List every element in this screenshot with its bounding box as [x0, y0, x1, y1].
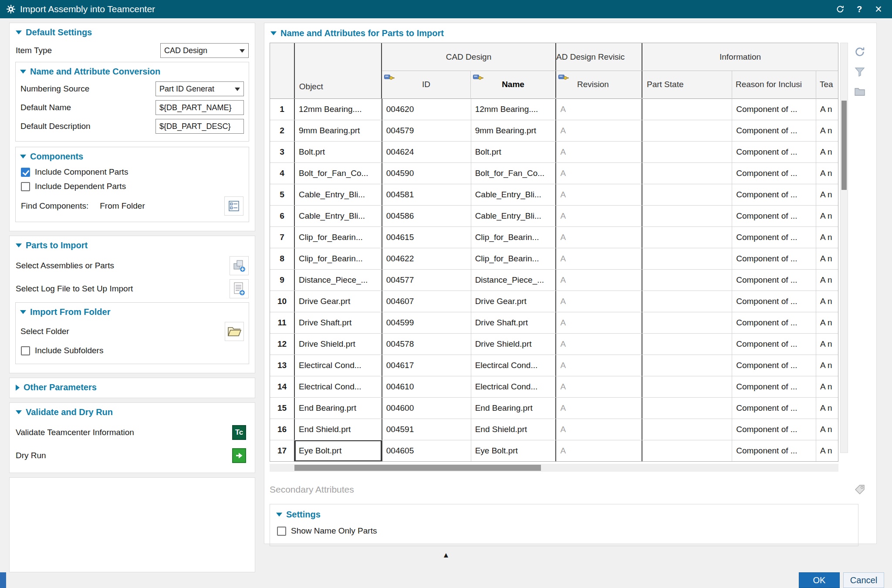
cell-name[interactable]: 9mm Bearing.prt	[471, 120, 557, 141]
table-row[interactable]: 29mm Bearing.prt0045799mm Bearing.prtACo…	[270, 120, 838, 142]
cell-reason[interactable]: Component of ...	[732, 355, 816, 376]
help-icon[interactable]: ?	[852, 2, 867, 17]
section-import-from-folder[interactable]: Import From Folder	[16, 304, 249, 318]
cell-team[interactable]: A n	[816, 142, 838, 162]
cell-object[interactable]: Clip_for_Bearin...	[295, 248, 382, 269]
cell-team[interactable]: A n	[816, 376, 838, 397]
cell-id[interactable]: 004600	[382, 398, 471, 419]
filter-button[interactable]	[851, 63, 869, 81]
cell-revision[interactable]: A	[556, 355, 642, 376]
item-type-dropdown[interactable]: CAD Design	[160, 43, 249, 58]
cell-reason[interactable]: Component of ...	[732, 142, 816, 162]
table-row[interactable]: 15End Bearing.prt004600End Bearing.prtAC…	[270, 398, 838, 419]
numbering-source-dropdown[interactable]: Part ID Generat	[155, 81, 244, 96]
cell-team[interactable]: A n	[816, 419, 838, 440]
cell-reason[interactable]: Component of ...	[732, 312, 816, 333]
cell-reason[interactable]: Component of ...	[732, 291, 816, 312]
cell-revision[interactable]: A	[556, 291, 642, 312]
cell-name[interactable]: Bolt_for_Fan_Co...	[471, 163, 557, 184]
cell-name[interactable]: Drive Shield.prt	[471, 334, 557, 355]
cell-reason[interactable]: Component of ...	[732, 227, 816, 248]
cell-reason[interactable]: Component of ...	[732, 206, 816, 226]
cell-team[interactable]: A n	[816, 206, 838, 226]
cell-name[interactable]: Electrical Cond...	[471, 376, 557, 397]
close-icon[interactable]: ×	[871, 2, 886, 17]
cell-team[interactable]: A n	[816, 163, 838, 184]
cell-name[interactable]: Cable_Entry_Bli...	[471, 184, 557, 205]
column-header-reason[interactable]: Reason for Inclusi	[732, 71, 816, 98]
cell-part_state[interactable]	[642, 184, 732, 205]
cell-id[interactable]: 004590	[382, 163, 471, 184]
cell-name[interactable]: End Shield.prt	[471, 419, 557, 440]
column-header-team[interactable]: Tea	[816, 71, 838, 98]
cell-part_state[interactable]	[642, 206, 732, 226]
section-parts-to-import[interactable]: Parts to Import	[10, 236, 255, 252]
cell-name[interactable]: Electircal Cond...	[471, 355, 557, 376]
cell-part_state[interactable]	[642, 248, 732, 269]
cell-revision[interactable]: A	[556, 334, 642, 355]
column-header-id[interactable]: ID	[382, 71, 471, 98]
cell-team[interactable]: A n	[816, 248, 838, 269]
cell-part_state[interactable]	[642, 312, 732, 333]
cell-team[interactable]: A n	[816, 334, 838, 355]
cell-revision[interactable]: A	[556, 99, 642, 120]
select-log-file-button[interactable]	[230, 279, 249, 298]
row-number-header[interactable]	[270, 43, 295, 98]
section-other-parameters[interactable]: Other Parameters	[10, 378, 255, 396]
horizontal-scrollbar[interactable]	[270, 464, 838, 472]
validate-teamcenter-button[interactable]: Tc	[230, 423, 249, 442]
cell-revision[interactable]: A	[556, 142, 642, 162]
cell-id[interactable]: 004579	[382, 120, 471, 141]
cell-revision[interactable]: A	[556, 163, 642, 184]
cell-id[interactable]: 004610	[382, 376, 471, 397]
table-row[interactable]: 112mm Bearing....00462012mm Bearing....A…	[270, 99, 838, 120]
cell-object[interactable]: 9mm Bearing.prt	[295, 120, 382, 141]
cell-reason[interactable]: Component of ...	[732, 270, 816, 291]
cell-revision[interactable]: A	[556, 440, 642, 461]
cell-id[interactable]: 004581	[382, 184, 471, 205]
column-header-object[interactable]: Object	[295, 43, 382, 98]
dry-run-button[interactable]	[230, 446, 249, 465]
cell-reason[interactable]: Component of ...	[732, 419, 816, 440]
cell-object[interactable]: Electrical Cond...	[295, 376, 382, 397]
cell-revision[interactable]: A	[556, 120, 642, 141]
default-description-input[interactable]: ${DB_PART_DESC}	[155, 119, 244, 134]
cell-id[interactable]: 004586	[382, 206, 471, 226]
table-row[interactable]: 13Electircal Cond...004617Electircal Con…	[270, 355, 838, 376]
cell-id[interactable]: 004599	[382, 312, 471, 333]
cell-team[interactable]: A n	[816, 184, 838, 205]
column-header-name[interactable]: Name	[471, 71, 556, 98]
cell-object[interactable]: Drive Shaft.prt	[295, 312, 382, 333]
cell-object[interactable]: 12mm Bearing....	[295, 99, 382, 120]
section-components[interactable]: Components	[16, 148, 249, 162]
section-name-attribute-conversion[interactable]: Name and Attribute Conversion	[16, 63, 249, 78]
default-name-input[interactable]: ${DB_PART_NAME}	[155, 100, 244, 115]
cell-object[interactable]: Drive Gear.prt	[295, 291, 382, 312]
table-row[interactable]: 10Drive Gear.prt004607Drive Gear.prtACom…	[270, 291, 838, 312]
cell-team[interactable]: A n	[816, 291, 838, 312]
cell-team[interactable]: A n	[816, 120, 838, 141]
cell-team[interactable]: A n	[816, 355, 838, 376]
cell-object[interactable]: End Shield.prt	[295, 419, 382, 440]
cell-name[interactable]: Drive Gear.prt	[471, 291, 557, 312]
cell-part_state[interactable]	[642, 227, 732, 248]
cell-revision[interactable]: A	[556, 248, 642, 269]
cell-id[interactable]: 004577	[382, 270, 471, 291]
table-row[interactable]: 7Clip_for_Bearin...004615Clip_for_Bearin…	[270, 227, 838, 248]
cell-object[interactable]: End Bearing.prt	[295, 398, 382, 419]
cell-name[interactable]: Cable_Entry_Bli...	[471, 206, 557, 226]
table-row[interactable]: 5Cable_Entry_Bli...004581Cable_Entry_Bli…	[270, 184, 838, 206]
cell-name[interactable]: Clip_for_Bearin...	[471, 248, 557, 269]
vertical-scrollbar-thumb[interactable]	[841, 101, 847, 190]
cell-part_state[interactable]	[642, 376, 732, 397]
show-name-only-parts-checkbox[interactable]	[277, 527, 286, 536]
cell-object[interactable]: Cable_Entry_Bli...	[295, 184, 382, 205]
table-row[interactable]: 16End Shield.prt004591End Shield.prtACom…	[270, 419, 838, 440]
section-name-attributes[interactable]: Name and Attributes for Parts to Import	[270, 26, 873, 39]
cell-name[interactable]: End Bearing.prt	[471, 398, 557, 419]
cell-part_state[interactable]	[642, 355, 732, 376]
cell-team[interactable]: A n	[816, 99, 838, 120]
include-component-parts-checkbox[interactable]	[21, 168, 30, 177]
select-folder-button[interactable]	[225, 322, 244, 341]
column-header-revision[interactable]: Revision	[556, 71, 642, 98]
